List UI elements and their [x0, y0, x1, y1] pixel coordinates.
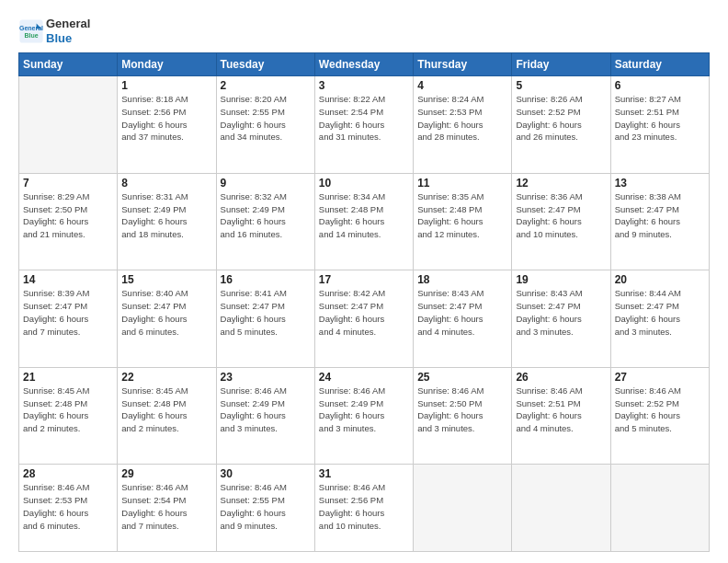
- day-number: 28: [23, 467, 113, 480]
- svg-text:Blue: Blue: [24, 32, 38, 39]
- calendar-cell: 14Sunrise: 8:39 AMSunset: 2:47 PMDayligh…: [19, 270, 118, 368]
- day-number: 7: [23, 177, 113, 190]
- calendar-cell: 18Sunrise: 8:43 AMSunset: 2:47 PMDayligh…: [414, 270, 512, 368]
- day-info: Sunrise: 8:46 AMSunset: 2:51 PMDaylight:…: [516, 385, 606, 435]
- day-info: Sunrise: 8:46 AMSunset: 2:54 PMDaylight:…: [121, 481, 211, 532]
- calendar-cell: 12Sunrise: 8:36 AMSunset: 2:47 PMDayligh…: [512, 173, 610, 270]
- logo-line1: General: [46, 17, 90, 30]
- day-number: 10: [319, 177, 409, 190]
- day-number: 18: [417, 273, 507, 286]
- day-number: 11: [417, 177, 507, 190]
- day-number: 5: [516, 79, 606, 92]
- day-number: 30: [221, 467, 311, 480]
- day-number: 21: [23, 371, 113, 384]
- day-number: 29: [121, 467, 211, 480]
- week-row-3: 14Sunrise: 8:39 AMSunset: 2:47 PMDayligh…: [19, 270, 710, 368]
- day-info: Sunrise: 8:45 AMSunset: 2:48 PMDaylight:…: [23, 385, 113, 435]
- calendar-cell: 27Sunrise: 8:46 AMSunset: 2:52 PMDayligh…: [610, 367, 709, 465]
- calendar-header-row: SundayMondayTuesdayWednesdayThursdayFrid…: [19, 53, 710, 76]
- day-info: Sunrise: 8:46 AMSunset: 2:50 PMDaylight:…: [417, 385, 507, 435]
- day-number: 2: [221, 79, 311, 92]
- day-info: Sunrise: 8:45 AMSunset: 2:48 PMDaylight:…: [121, 385, 211, 435]
- calendar-cell: 19Sunrise: 8:43 AMSunset: 2:47 PMDayligh…: [512, 270, 610, 368]
- calendar-cell: 26Sunrise: 8:46 AMSunset: 2:51 PMDayligh…: [512, 367, 610, 465]
- day-info: Sunrise: 8:27 AMSunset: 2:51 PMDaylight:…: [615, 93, 705, 144]
- calendar-cell: 3Sunrise: 8:22 AMSunset: 2:54 PMDaylight…: [314, 76, 413, 174]
- column-header-tuesday: Tuesday: [216, 53, 314, 76]
- day-number: 24: [319, 371, 409, 384]
- day-info: Sunrise: 8:46 AMSunset: 2:49 PMDaylight:…: [319, 385, 409, 435]
- calendar-cell: 1Sunrise: 8:18 AMSunset: 2:56 PMDaylight…: [118, 76, 216, 174]
- calendar-cell: 30Sunrise: 8:46 AMSunset: 2:55 PMDayligh…: [216, 465, 314, 552]
- day-number: 15: [121, 273, 211, 286]
- calendar-cell: 15Sunrise: 8:40 AMSunset: 2:47 PMDayligh…: [118, 270, 216, 368]
- day-info: Sunrise: 8:29 AMSunset: 2:50 PMDaylight:…: [23, 190, 113, 241]
- calendar-cell: 7Sunrise: 8:29 AMSunset: 2:50 PMDaylight…: [19, 173, 118, 270]
- day-info: Sunrise: 8:43 AMSunset: 2:47 PMDaylight:…: [516, 287, 606, 338]
- day-info: Sunrise: 8:34 AMSunset: 2:48 PMDaylight:…: [319, 190, 409, 241]
- column-header-monday: Monday: [118, 53, 216, 76]
- day-info: Sunrise: 8:44 AMSunset: 2:47 PMDaylight:…: [615, 287, 705, 338]
- day-number: 1: [121, 79, 211, 92]
- day-info: Sunrise: 8:43 AMSunset: 2:47 PMDaylight:…: [417, 287, 507, 338]
- calendar-cell: [512, 465, 610, 552]
- week-row-5: 28Sunrise: 8:46 AMSunset: 2:53 PMDayligh…: [19, 465, 710, 552]
- day-number: 14: [23, 273, 113, 286]
- logo: General Blue General Blue: [18, 17, 90, 45]
- day-info: Sunrise: 8:18 AMSunset: 2:56 PMDaylight:…: [121, 93, 211, 144]
- calendar-cell: 17Sunrise: 8:42 AMSunset: 2:47 PMDayligh…: [314, 270, 413, 368]
- day-info: Sunrise: 8:46 AMSunset: 2:56 PMDaylight:…: [319, 481, 409, 532]
- day-info: Sunrise: 8:20 AMSunset: 2:55 PMDaylight:…: [221, 93, 311, 144]
- calendar-cell: [414, 465, 512, 552]
- column-header-friday: Friday: [512, 53, 610, 76]
- day-number: 17: [319, 273, 409, 286]
- day-number: 16: [221, 273, 311, 286]
- day-info: Sunrise: 8:35 AMSunset: 2:48 PMDaylight:…: [417, 190, 507, 241]
- day-number: 4: [417, 79, 507, 92]
- week-row-1: 1Sunrise: 8:18 AMSunset: 2:56 PMDaylight…: [19, 76, 710, 174]
- day-number: 27: [615, 371, 705, 384]
- calendar-cell: 13Sunrise: 8:38 AMSunset: 2:47 PMDayligh…: [610, 173, 709, 270]
- day-number: 26: [516, 371, 606, 384]
- calendar-cell: 10Sunrise: 8:34 AMSunset: 2:48 PMDayligh…: [314, 173, 413, 270]
- day-number: 31: [319, 467, 409, 480]
- calendar-cell: 25Sunrise: 8:46 AMSunset: 2:50 PMDayligh…: [414, 367, 512, 465]
- calendar-cell: 8Sunrise: 8:31 AMSunset: 2:49 PMDaylight…: [118, 173, 216, 270]
- logo-line2: Blue: [46, 31, 72, 45]
- day-number: 12: [516, 177, 606, 190]
- calendar-cell: 4Sunrise: 8:24 AMSunset: 2:53 PMDaylight…: [414, 76, 512, 174]
- day-info: Sunrise: 8:42 AMSunset: 2:47 PMDaylight:…: [319, 287, 409, 338]
- calendar-cell: 29Sunrise: 8:46 AMSunset: 2:54 PMDayligh…: [118, 465, 216, 552]
- day-number: 20: [615, 273, 705, 286]
- logo-text: General Blue: [46, 17, 90, 45]
- day-info: Sunrise: 8:24 AMSunset: 2:53 PMDaylight:…: [417, 93, 507, 144]
- day-info: Sunrise: 8:39 AMSunset: 2:47 PMDaylight:…: [23, 287, 113, 338]
- calendar-cell: 22Sunrise: 8:45 AMSunset: 2:48 PMDayligh…: [118, 367, 216, 465]
- calendar-cell: 28Sunrise: 8:46 AMSunset: 2:53 PMDayligh…: [19, 465, 118, 552]
- week-row-2: 7Sunrise: 8:29 AMSunset: 2:50 PMDaylight…: [19, 173, 710, 270]
- day-info: Sunrise: 8:46 AMSunset: 2:53 PMDaylight:…: [23, 481, 113, 532]
- column-header-sunday: Sunday: [19, 53, 118, 76]
- day-number: 9: [221, 177, 311, 190]
- calendar-cell: 16Sunrise: 8:41 AMSunset: 2:47 PMDayligh…: [216, 270, 314, 368]
- calendar-cell: 31Sunrise: 8:46 AMSunset: 2:56 PMDayligh…: [314, 465, 413, 552]
- page: General Blue General Blue SundayMondayTu…: [0, 0, 728, 563]
- day-info: Sunrise: 8:36 AMSunset: 2:47 PMDaylight:…: [516, 190, 606, 241]
- day-number: 13: [615, 177, 705, 190]
- day-number: 19: [516, 273, 606, 286]
- header: General Blue General Blue: [18, 17, 710, 45]
- column-header-thursday: Thursday: [414, 53, 512, 76]
- day-number: 3: [319, 79, 409, 92]
- day-info: Sunrise: 8:31 AMSunset: 2:49 PMDaylight:…: [121, 190, 211, 241]
- calendar-cell: 2Sunrise: 8:20 AMSunset: 2:55 PMDaylight…: [216, 76, 314, 174]
- calendar-cell: 11Sunrise: 8:35 AMSunset: 2:48 PMDayligh…: [414, 173, 512, 270]
- day-number: 8: [121, 177, 211, 190]
- day-info: Sunrise: 8:46 AMSunset: 2:55 PMDaylight:…: [221, 481, 311, 532]
- day-number: 25: [417, 371, 507, 384]
- day-info: Sunrise: 8:41 AMSunset: 2:47 PMDaylight:…: [221, 287, 311, 338]
- calendar-cell: 24Sunrise: 8:46 AMSunset: 2:49 PMDayligh…: [314, 367, 413, 465]
- column-header-wednesday: Wednesday: [314, 53, 413, 76]
- calendar-cell: 9Sunrise: 8:32 AMSunset: 2:49 PMDaylight…: [216, 173, 314, 270]
- day-info: Sunrise: 8:46 AMSunset: 2:52 PMDaylight:…: [615, 385, 705, 435]
- svg-rect-0: [19, 19, 42, 42]
